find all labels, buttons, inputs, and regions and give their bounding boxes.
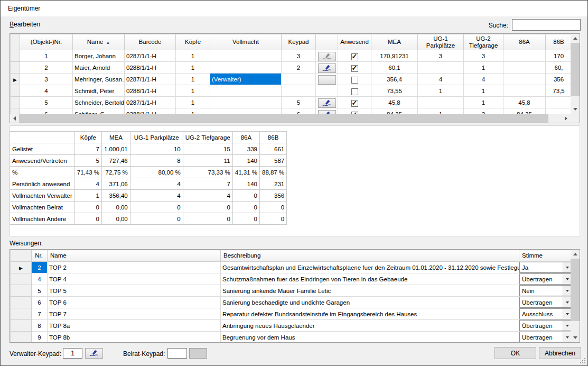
signature-button[interactable] — [318, 52, 336, 61]
stimme-dropdown[interactable]: Ja — [519, 262, 571, 273]
scroll-right-button[interactable] — [562, 114, 571, 123]
cell-86b[interactable]: 170 — [546, 50, 571, 62]
cell-keypad[interactable]: 2 — [282, 62, 316, 74]
verwalter-signature-button[interactable] — [85, 348, 103, 359]
beirat-keypad-input[interactable] — [167, 348, 187, 359]
scroll-left-button[interactable] — [10, 114, 19, 123]
weisung-row[interactable]: 4 TOP 4 Schutzmaßnahmen fuer das Eindrin… — [11, 273, 571, 285]
anwesend-checkbox[interactable] — [351, 53, 358, 60]
cell-86b[interactable]: 73,5 — [546, 85, 571, 97]
row-header[interactable] — [11, 297, 32, 308]
cell-barcode[interactable]: 0288/1/1-H — [125, 85, 176, 97]
cell-name[interactable]: TOP 5 — [48, 285, 221, 297]
cell-mea[interactable]: 356,4 — [371, 74, 418, 85]
cell-barcode[interactable]: 0288/1/1-H — [125, 108, 176, 114]
cell-barcode[interactable]: 0287/1/1-H — [125, 97, 176, 108]
cell-name[interactable]: TOP 4 — [48, 273, 221, 285]
col-mea[interactable]: MEA — [371, 34, 418, 50]
cell-barcode[interactable]: 0287/1/1-H — [125, 74, 176, 85]
row-header[interactable] — [11, 273, 32, 285]
cell-nr[interactable]: 9 — [32, 332, 48, 343]
stimme-dropdown[interactable]: Ausschluss — [519, 308, 571, 319]
cell-nr[interactable]: 8 — [32, 320, 48, 332]
scroll-down-button[interactable] — [571, 333, 580, 342]
dropdown-button[interactable] — [563, 332, 571, 342]
signature-button[interactable] — [318, 63, 336, 73]
cell-vollmacht[interactable] — [210, 108, 282, 114]
cell-keypad[interactable] — [282, 74, 316, 85]
dropdown-button[interactable] — [563, 297, 571, 307]
cell-name[interactable]: TOP 8a — [48, 320, 221, 332]
col-ug1-parkplaetze[interactable]: UG-1 Parkplätze — [418, 34, 464, 50]
cell-mea[interactable]: 170,91231 — [371, 50, 418, 62]
weisung-row-selected[interactable]: ▶ 2 TOP 2 Gesamtwirtschaftsplan und Einz… — [11, 262, 571, 273]
cell-nr[interactable]: 6 — [32, 297, 48, 308]
cell-ug1[interactable]: 1 — [418, 85, 464, 97]
vertical-scrollbar[interactable] — [571, 250, 580, 342]
ok-button[interactable]: OK — [494, 347, 536, 359]
cell-name[interactable]: Mehringer, Susan... — [73, 74, 125, 85]
signature-button[interactable] — [318, 110, 336, 114]
weisung-row[interactable]: 8 TOP 8a Anbringung neues Hausgelaender … — [11, 320, 571, 332]
col-koepfe[interactable]: Köpfe — [176, 34, 210, 50]
cell-keypad[interactable] — [282, 85, 316, 97]
cell-vollmacht[interactable] — [210, 62, 282, 74]
cell-beschreibung[interactable]: Begruenung vor dem Haus — [221, 332, 519, 343]
resize-grip[interactable] — [580, 358, 581, 359]
cell-name[interactable]: Schneider, Bertold — [73, 97, 125, 108]
cell-beschreibung[interactable]: Schutzmaßnahmen fuer das Eindringen von … — [221, 273, 519, 285]
cell-mea[interactable]: 84,25 — [371, 108, 418, 114]
cell-mea[interactable]: 45,8 — [371, 97, 418, 108]
stimme-dropdown[interactable]: Nein — [519, 285, 571, 296]
row-header[interactable] — [11, 320, 32, 332]
cell-86a[interactable]: 45,8 — [503, 97, 546, 108]
cell-86a[interactable] — [503, 85, 546, 97]
stimme-dropdown[interactable]: Übertragen — [519, 320, 571, 331]
cell-nr[interactable]: 4 — [20, 85, 73, 97]
cell-ug2[interactable]: 1 — [464, 85, 503, 97]
col-ug2-tiefgarage[interactable]: UG-2 Tiefgarage — [464, 34, 503, 50]
cell-mea[interactable]: 73,55 — [371, 85, 418, 97]
cell-beschreibung[interactable]: Sanierung sinkende Mauer Familie Letic — [221, 285, 519, 297]
col-86b[interactable]: 86B — [546, 34, 571, 50]
cell-vollmacht[interactable] — [210, 97, 282, 108]
cell-koepfe[interactable]: 1 — [176, 62, 210, 74]
cell-beschreibung[interactable]: Gesamtwirtschaftsplan und Einzelwirtscha… — [221, 262, 519, 273]
col-name[interactable]: Name▲ — [73, 34, 125, 50]
owner-row[interactable]: 2 Maier, Arnold 0288/1/1-H 1 2 60,1 1 60… — [11, 62, 571, 74]
weisung-row[interactable]: 6 TOP 6 Sanierung beschaedigte und undic… — [11, 297, 571, 308]
col-86a[interactable]: 86A — [503, 34, 546, 50]
col-name[interactable]: Name — [48, 250, 221, 262]
cell-ug2[interactable]: 4 — [464, 74, 503, 85]
weisung-row[interactable]: 5 TOP 5 Sanierung sinkende Mauer Familie… — [11, 285, 571, 297]
scrollbar-thumb[interactable] — [19, 114, 548, 123]
cell-vollmacht[interactable] — [210, 85, 282, 97]
scroll-up-button[interactable] — [571, 250, 580, 259]
scroll-up-button[interactable] — [571, 34, 580, 43]
cancel-button[interactable]: Abbrechen — [539, 347, 581, 359]
cell-koepfe[interactable]: 1 — [176, 108, 210, 114]
cell-beschreibung[interactable]: Reparatur defekter Bundsandsteinstufe im… — [221, 308, 519, 320]
cell-ug1[interactable]: 1 — [418, 108, 464, 114]
cell-nr[interactable]: 1 — [20, 50, 73, 62]
cell-name[interactable]: TOP 7 — [48, 308, 221, 320]
cell-beschreibung[interactable]: Sanierung beschaedigte und undichte Gara… — [221, 297, 519, 308]
owner-row-selected[interactable]: ▶ 3 Mehringer, Susan... 0287/1/1-H 1 (Ve… — [11, 74, 571, 85]
cell-name[interactable]: TOP 6 — [48, 297, 221, 308]
cell-86b[interactable]: 60, — [546, 62, 571, 74]
dropdown-button[interactable] — [563, 274, 571, 284]
cell-mea[interactable]: 60,1 — [371, 62, 418, 74]
col-nr[interactable]: Nr. — [32, 250, 48, 262]
dropdown-button[interactable] — [563, 286, 571, 296]
cell-vollmacht[interactable] — [210, 50, 282, 62]
col-barcode[interactable]: Barcode — [125, 34, 176, 50]
cell-keypad[interactable]: 3 — [282, 50, 316, 62]
cell-86b[interactable] — [546, 108, 571, 114]
cell-ug1[interactable] — [418, 97, 464, 108]
dropdown-button[interactable] — [563, 321, 571, 331]
owner-row[interactable]: 5 Schneider, Bertold 0287/1/1-H 1 5 45,8… — [11, 97, 571, 108]
col-anwesend[interactable]: Anwesend — [338, 34, 371, 50]
weisung-row-partial[interactable]: 9 TOP 8b Begruenung vor dem Haus Übertra… — [11, 332, 571, 343]
cell-keypad[interactable]: 6 — [282, 108, 316, 114]
cell-nr-selected[interactable]: 2 — [32, 262, 48, 273]
